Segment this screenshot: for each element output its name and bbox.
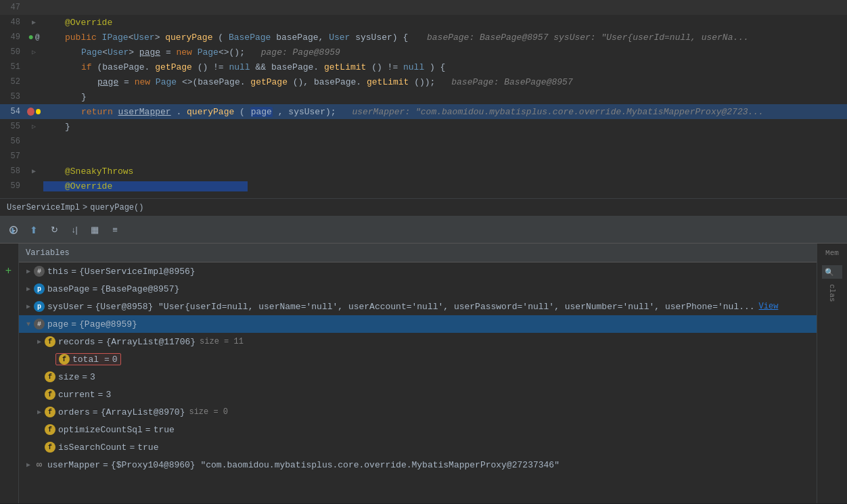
var-name-total: total <box>72 354 99 365</box>
force-step-button[interactable]: ↻ <box>46 222 62 238</box>
line-content-53: } <box>41 92 840 102</box>
variables-panel: + Variables ▶ # this = {UserServiceImpl@… <box>0 244 847 503</box>
var-value-records: {ArrayList@11706} <box>106 337 196 347</box>
code-line-54: 54 return userMapper . queryPage ( page … <box>0 104 847 119</box>
frames-button[interactable]: ≡ <box>107 222 123 238</box>
var-value-basePage: {BasePage@8957} <box>100 284 179 294</box>
step-over-button[interactable]: ⬇ <box>5 222 22 238</box>
comment-49: basePage: BasePage@8957 sysUser: "User{u… <box>427 32 749 43</box>
line-num-48: 48 <box>0 18 27 27</box>
fold-48[interactable]: ▶ <box>32 18 36 26</box>
code-line-57: 57 <box>0 149 847 164</box>
gutter-49: ● @ <box>27 32 41 43</box>
var-name-orders: orders <box>58 407 90 417</box>
gutter-48: ▶ <box>27 18 41 26</box>
fold-50[interactable]: ▷ <box>32 48 36 56</box>
line-num-56: 56 <box>0 137 27 146</box>
annotation-59: @Override <box>43 181 248 191</box>
var-icon-userMapper: ∞ <box>34 459 45 470</box>
var-icon-isSearchCount: f <box>45 442 55 453</box>
run-icon-49: ● <box>28 32 33 43</box>
breakpoint-dot-54 <box>27 108 35 116</box>
editor-area: 47 48 ▶ @Override 49 ● @ <box>0 0 847 504</box>
var-row-isSearchCount[interactable]: f isSearchCount = true <box>19 438 817 456</box>
annotation-58: @SneakyThrows <box>43 166 133 177</box>
var-name-optimizeCountSql: optimizeCountSql <box>58 425 143 435</box>
var-value-orders: {ArrayList@8970} <box>101 407 185 417</box>
expand-userMapper[interactable]: ▶ <box>23 461 34 469</box>
expand-page[interactable]: ▼ <box>23 321 34 328</box>
step-cursor-button[interactable]: ↓| <box>66 222 83 238</box>
var-row-current[interactable]: f current = 3 <box>19 386 817 403</box>
var-row-records[interactable]: ▶ f records = {ArrayList@11706} size = 1… <box>19 333 817 350</box>
var-icon-sysUser: p <box>34 301 45 312</box>
code-line-51: 51 if (basePage. getPage () != null && b… <box>0 60 847 74</box>
var-icon-basePage: p <box>34 283 45 294</box>
var-row-this[interactable]: ▶ # this = {UserServiceImpl@8956} <box>19 262 817 280</box>
var-row-size[interactable]: f size = 3 <box>19 368 817 386</box>
gutter-55: ▷ <box>27 122 41 131</box>
fold-55[interactable]: ▷ <box>32 122 36 131</box>
line-num-54: 54 <box>0 107 27 116</box>
var-name-basePage: basePage <box>47 284 89 294</box>
var-value-current: 3 <box>106 390 111 400</box>
debug-toolbar: ⬇ ⬆ ↻ ↓| ▦ ≡ <box>0 216 847 244</box>
breadcrumb-class: UserServiceImpl <box>7 203 80 212</box>
mem-label: Mem <box>821 246 843 260</box>
var-icon-orders: f <box>45 407 55 417</box>
var-value-sysUser: {User@8958} "User{userId=null, userName=… <box>95 302 754 312</box>
fold-58[interactable]: ▶ <box>32 167 36 175</box>
var-name-isSearchCount: isSearchCount <box>58 442 127 453</box>
var-row-total[interactable]: f total = 0 <box>19 350 817 368</box>
var-row-optimizeCountSql[interactable]: f optimizeCountSql = true <box>19 421 817 438</box>
line-num-51: 51 <box>0 62 27 72</box>
expand-basePage[interactable]: ▶ <box>23 285 34 293</box>
var-name-size: size <box>58 372 79 382</box>
breadcrumb-method: queryPage() <box>90 203 143 212</box>
var-row-basePage[interactable]: ▶ p basePage = {BasePage@8957} <box>19 280 817 298</box>
variables-header: Variables <box>19 244 817 262</box>
var-name-userMapper: userMapper <box>47 460 100 470</box>
step-out-button[interactable]: ⬆ <box>26 222 42 238</box>
line-num-58: 58 <box>0 166 27 176</box>
var-name-this: this <box>47 267 68 277</box>
line-content-52: page = new Page <>(basePage. getPage (),… <box>41 77 840 87</box>
method-querypage: queryPage <box>165 32 212 43</box>
var-row-page[interactable]: ▼ # page = {Page@8959} <box>19 315 817 333</box>
line-num-49: 49 <box>0 32 27 42</box>
line-content-49: public IPage<User> queryPage ( BasePage … <box>41 32 840 43</box>
expand-orders[interactable]: ▶ <box>34 408 45 416</box>
expand-records[interactable]: ▶ <box>34 338 45 346</box>
expand-sysUser[interactable]: ▶ <box>23 302 34 311</box>
step-dot-54 <box>36 109 41 114</box>
code-line-52: 52 page = new Page <>(basePage. getPage … <box>0 74 847 89</box>
gutter-54 <box>27 108 41 116</box>
var-icon-optimizeCountSql: f <box>45 424 55 435</box>
comment-54: userMapper: "com.baomidou.mybatisplus.co… <box>352 107 764 117</box>
line-num-55: 55 <box>0 122 27 131</box>
code-line-59: 59 @Override <box>0 179 847 193</box>
var-value-total: 0 <box>112 354 118 365</box>
variables-main: Variables ▶ # this = {UserServiceImpl@89… <box>19 244 817 503</box>
search-input[interactable] <box>822 265 842 279</box>
gutter-50: ▷ <box>27 48 41 56</box>
line-content-59: @Override <box>41 181 840 191</box>
line-num-47: 47 <box>0 3 27 12</box>
code-line-56: 56 <box>0 134 847 149</box>
var-icon-this: # <box>34 266 45 277</box>
mem-panel: Mem clas <box>817 244 847 503</box>
line-num-53: 53 <box>0 92 27 101</box>
var-row-sysUser[interactable]: ▶ p sysUser = {User@8958} "User{userId=n… <box>19 298 817 315</box>
var-value-this: {UserServiceImpl@8956} <box>79 267 196 277</box>
var-row-orders[interactable]: ▶ f orders = {ArrayList@8970} size = 0 <box>19 403 817 421</box>
type-ipage: IPage <box>102 32 129 43</box>
kw-public-49: public <box>65 32 102 43</box>
var-row-userMapper[interactable]: ▶ ∞ userMapper = {$Proxy104@8960} "com.b… <box>19 456 817 474</box>
view-sysUser-link[interactable]: View <box>759 302 779 311</box>
eval-button[interactable]: ▦ <box>87 222 103 238</box>
line-num-57: 57 <box>0 152 27 161</box>
code-line-58: 58 ▶ @SneakyThrows <box>0 164 847 179</box>
expand-this[interactable]: ▶ <box>23 267 34 275</box>
add-watch-button[interactable]: + <box>3 265 14 276</box>
var-icon-current: f <box>45 389 55 400</box>
